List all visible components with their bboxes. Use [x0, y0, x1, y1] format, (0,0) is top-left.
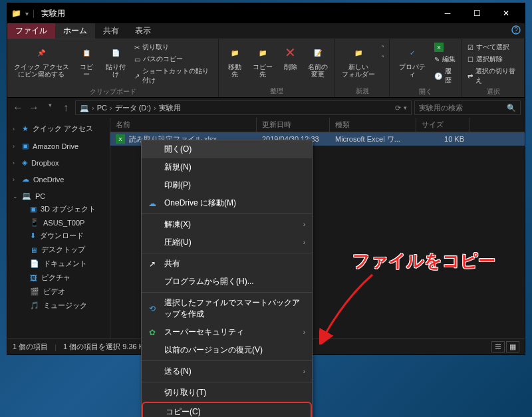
window-title: 実験用: [41, 8, 65, 19]
nav-amazon[interactable]: ›▣Amazon Drive: [10, 140, 107, 152]
tab-file[interactable]: ファイル: [7, 23, 55, 39]
crumb-pc[interactable]: PC: [97, 104, 107, 112]
copy-icon: 📋: [77, 43, 96, 62]
icons-view-button[interactable]: ▦: [506, 341, 519, 352]
close-button[interactable]: ✕: [491, 3, 521, 23]
properties-button[interactable]: ✓プロパティ: [394, 42, 430, 79]
minimize-button[interactable]: ─: [433, 3, 462, 23]
col-date[interactable]: 更新日時: [257, 118, 330, 132]
nav-quick-access[interactable]: ›★クイック アクセス: [10, 122, 107, 136]
invert-button[interactable]: ⇄選択の切り替え: [466, 66, 520, 86]
easyaccess-button[interactable]: ▫: [380, 52, 386, 61]
forward-button[interactable]: →: [27, 102, 41, 114]
video-icon: 🎬: [30, 287, 39, 296]
col-size[interactable]: サイズ: [416, 118, 469, 132]
group-label: 新規: [339, 85, 386, 96]
cut-button[interactable]: ✂切り取り: [133, 42, 214, 53]
nav-downloads[interactable]: ⬇ダウンロード: [10, 229, 107, 243]
menu-openwith[interactable]: プログラムから開く(H)...: [142, 273, 312, 291]
back-button[interactable]: ←: [11, 102, 25, 114]
crumb-drive[interactable]: データ (D:): [115, 103, 151, 113]
onedrive-icon: ☁: [22, 175, 29, 184]
newitem-button[interactable]: ▫: [380, 42, 386, 51]
paste-button[interactable]: 📄 貼り付け: [101, 42, 130, 79]
tab-home[interactable]: ホーム: [55, 23, 95, 39]
qat-icon[interactable]: ▾: [25, 10, 29, 17]
copyto-icon: 📁: [253, 43, 272, 62]
menu-share[interactable]: ↗共有: [142, 255, 312, 273]
rename-button[interactable]: 📝名前の 変更: [305, 42, 331, 79]
menu-open[interactable]: 開く(O): [142, 140, 312, 158]
paste-icon: 📄: [106, 43, 125, 62]
help-icon[interactable]: ?: [511, 25, 521, 36]
newfolder-button[interactable]: 📁新しい フォルダー: [339, 42, 378, 79]
selectall-button[interactable]: ☑すべて選択: [466, 42, 520, 53]
nav-3d[interactable]: ▣3D オブジェクト: [10, 202, 107, 216]
nav-asus[interactable]: 📱ASUS_T00P: [10, 216, 107, 229]
delete-button[interactable]: ✕削除: [279, 42, 303, 72]
delete-icon: ✕: [281, 43, 300, 62]
status-selected: 1 個の項目を選択 9.36 KB: [63, 342, 148, 352]
nav-desktop[interactable]: 🖥デスクトップ: [10, 243, 107, 257]
nav-videos[interactable]: 🎬ビデオ: [10, 285, 107, 299]
copy-path-button[interactable]: ▭パスのコピー: [133, 54, 214, 65]
newitem-icon: ▫: [382, 43, 384, 50]
moveto-button[interactable]: 📁移動先: [223, 42, 247, 79]
nav-pc[interactable]: ⌄💻PC: [10, 190, 107, 202]
ribbon: 📌 クイック アクセス にピン留めする 📋 コピー 📄 貼り付け ✂切り取り ▭…: [7, 39, 525, 98]
share-icon: ↗: [147, 259, 158, 269]
breadcrumb[interactable]: 💻 › PC › データ (D:) › 実験用 ⟳ ▾: [75, 100, 412, 115]
crumb-folder[interactable]: 実験用: [159, 103, 181, 113]
menu-print[interactable]: 印刷(P): [142, 176, 312, 194]
separator: [142, 360, 312, 361]
menu-sendto[interactable]: 送る(N)›: [142, 362, 312, 380]
nav-dropbox[interactable]: ›◈Dropbox: [10, 156, 107, 169]
col-type[interactable]: 種類: [330, 118, 416, 132]
chevron-right-icon: ›: [303, 221, 305, 228]
menu-cut[interactable]: 切り取り(T): [142, 384, 312, 402]
copy-button[interactable]: 📋 コピー: [74, 42, 98, 79]
menu-extract[interactable]: 解凍(X)›: [142, 215, 312, 233]
separator: [142, 213, 312, 214]
details-view-button[interactable]: ☰: [491, 341, 505, 352]
col-name[interactable]: 名前: [110, 118, 257, 132]
nav-documents[interactable]: 📄ドキュメント: [10, 257, 107, 271]
chevron-right-icon: ›: [13, 160, 15, 166]
nav-music[interactable]: 🎵ミュージック: [10, 299, 107, 313]
pc-icon: 💻: [22, 192, 31, 200]
folder-icon: 📁: [11, 9, 21, 18]
search-input[interactable]: 実験用の検索 🔍: [414, 100, 521, 115]
nav-onedrive[interactable]: ›☁OneDrive: [10, 173, 107, 186]
group-label: 選択: [466, 86, 520, 96]
history-button[interactable]: 🕑履歴: [433, 66, 458, 86]
menu-onedrive[interactable]: ☁OneDrive に移動(M): [142, 194, 312, 212]
nav-pictures[interactable]: 🖼ピクチャ: [10, 271, 107, 285]
navigation-pane: ›★クイック アクセス ›▣Amazon Drive ›◈Dropbox ›☁O…: [7, 118, 110, 339]
history-dropdown[interactable]: ▾: [43, 102, 57, 114]
refresh-button[interactable]: ⟳: [395, 104, 401, 112]
tab-view[interactable]: 表示: [127, 23, 159, 39]
menu-supersecurity[interactable]: ✿スーパーセキュリティ›: [142, 323, 312, 341]
newfolder-icon: 📁: [349, 43, 368, 62]
rename-icon: 📝: [309, 43, 327, 62]
paste-shortcut-button[interactable]: ↗ショートカットの貼り付け: [133, 66, 214, 86]
open-button[interactable]: X: [433, 42, 458, 53]
menu-compress[interactable]: 圧縮(U)›: [142, 233, 312, 251]
menu-new[interactable]: 新規(N): [142, 158, 312, 176]
maximize-button[interactable]: ☐: [462, 3, 491, 23]
copyto-button[interactable]: 📁コピー先: [249, 42, 276, 79]
up-button[interactable]: ↑: [59, 102, 72, 114]
selectnone-button[interactable]: ☐選択解除: [466, 54, 520, 65]
breadcrumb-dropdown[interactable]: ▾: [404, 104, 407, 111]
music-icon: 🎵: [30, 301, 39, 310]
pin-icon: 📌: [32, 43, 51, 62]
menu-restore[interactable]: 以前のバージョンの復元(V): [142, 341, 312, 359]
tab-share[interactable]: 共有: [95, 23, 127, 39]
pc-icon: 💻: [80, 104, 89, 112]
edit-button[interactable]: ✎編集: [433, 54, 458, 65]
pin-button[interactable]: 📌 クイック アクセス にピン留めする: [11, 42, 72, 79]
menu-copy[interactable]: コピー(C): [142, 402, 312, 417]
device-icon: 📱: [30, 218, 39, 227]
menu-smartbackup[interactable]: ⟲選択したファイルでスマートバックアップを作成: [142, 294, 312, 323]
chevron-right-icon: ›: [303, 239, 305, 246]
